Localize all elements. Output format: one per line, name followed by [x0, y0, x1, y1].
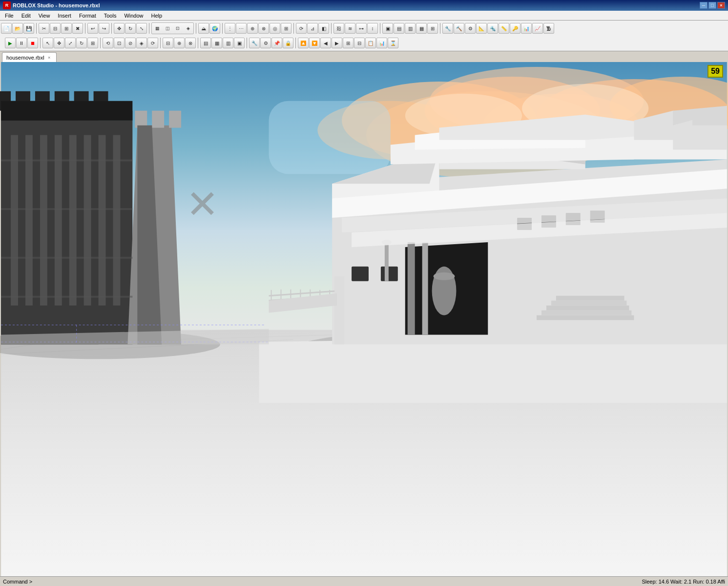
- tb-scale[interactable]: ⤡: [136, 23, 147, 34]
- tb-e4[interactable]: ▦: [416, 23, 427, 34]
- tb-d3[interactable]: ⊶: [356, 23, 367, 34]
- tb-d2[interactable]: ≋: [345, 23, 355, 34]
- menu-file[interactable]: File: [1, 11, 18, 20]
- tb-b6[interactable]: ⊞: [281, 23, 291, 34]
- menu-help[interactable]: Help: [147, 11, 166, 20]
- tb-f6[interactable]: 📏: [499, 23, 509, 34]
- tb-r2-select[interactable]: ↖: [42, 38, 53, 48]
- tb-r2-d2[interactable]: ⚙: [260, 38, 271, 48]
- tb-pause[interactable]: ⏸: [16, 38, 27, 48]
- tb-r2-a4[interactable]: ◈: [136, 38, 147, 48]
- tb-r2-c1[interactable]: ▤: [200, 38, 211, 48]
- tb-f5[interactable]: 🔩: [487, 23, 498, 34]
- tb-paste[interactable]: ⊞: [61, 23, 72, 34]
- tb-cut[interactable]: ✂: [39, 23, 49, 34]
- tab-housemove[interactable]: housemove.rbxl ×: [2, 52, 57, 62]
- tb-r2-e2[interactable]: 🔽: [309, 38, 320, 48]
- tb-r2-e1[interactable]: 🔼: [298, 38, 309, 48]
- tb-r2-e6[interactable]: ⊟: [354, 38, 365, 48]
- tb-copy[interactable]: ⊟: [50, 23, 61, 34]
- tb-r2-d4[interactable]: 🔒: [283, 38, 293, 48]
- tb-r2-c2[interactable]: ▦: [211, 38, 222, 48]
- tb-insert1[interactable]: ▦: [152, 23, 162, 33]
- status-command[interactable]: Command >: [3, 579, 642, 585]
- menu-tools[interactable]: Tools: [100, 11, 121, 20]
- tb-r2-a3[interactable]: ⊘: [125, 38, 136, 48]
- tb-r2-a5[interactable]: ⟳: [147, 38, 158, 48]
- maximize-button[interactable]: □: [708, 2, 716, 9]
- tb-insert4[interactable]: ◈: [183, 23, 193, 33]
- tb-f9[interactable]: 📈: [532, 23, 543, 34]
- tb-b4[interactable]: ⊗: [258, 23, 269, 34]
- close-button[interactable]: ×: [717, 2, 725, 9]
- tb-e2[interactable]: ▤: [394, 23, 404, 34]
- tb-r2-b2[interactable]: ⊕: [174, 38, 185, 48]
- tab-close-button[interactable]: ×: [46, 55, 52, 61]
- tb-play[interactable]: ▶: [5, 38, 16, 48]
- tb-b1[interactable]: ⋮: [225, 23, 235, 34]
- tb-b5[interactable]: ◎: [270, 23, 280, 34]
- menu-edit[interactable]: Edit: [18, 11, 35, 20]
- tb-r2-move[interactable]: ✥: [54, 38, 64, 48]
- tb-insert3[interactable]: ⊡: [173, 23, 183, 33]
- menu-window[interactable]: Window: [120, 11, 147, 20]
- tb-stop[interactable]: ⏹: [27, 38, 38, 48]
- tb-r2-transform[interactable]: ⊞: [87, 38, 98, 48]
- tb-f7[interactable]: 🔑: [510, 23, 520, 34]
- tb-f3[interactable]: ⚙: [465, 23, 476, 34]
- tb-r2-e9[interactable]: ⌛: [388, 38, 398, 48]
- tb-r2-b1[interactable]: ⊟: [163, 38, 173, 48]
- tb-r2-a1[interactable]: ⟲: [103, 38, 113, 48]
- tb-e3[interactable]: ▥: [405, 23, 416, 34]
- tb-f10[interactable]: 🗜: [543, 23, 554, 34]
- tb-b3[interactable]: ⊕: [247, 23, 258, 34]
- tb-r2-e5[interactable]: ⊞: [343, 38, 354, 48]
- tb-r2-c3[interactable]: ▥: [223, 38, 233, 48]
- tb-delete[interactable]: ✖: [72, 23, 83, 34]
- tb-r2-a2[interactable]: ⊡: [114, 38, 125, 48]
- tb-r2-scale[interactable]: ⤢: [65, 38, 76, 48]
- tb-c3[interactable]: ◧: [318, 23, 329, 34]
- tb-r2-rotate[interactable]: ↻: [76, 38, 87, 48]
- svg-rect-45: [1, 296, 132, 298]
- tb-r2-e4[interactable]: ▶: [332, 38, 342, 48]
- tb-e1[interactable]: ▣: [382, 23, 393, 34]
- tb-insert2[interactable]: ◫: [163, 23, 172, 33]
- viewport[interactable]: ✕: [0, 62, 728, 576]
- tb-d4[interactable]: ↕: [367, 23, 378, 34]
- tb-save[interactable]: 💾: [23, 23, 34, 34]
- tb-r2-b3[interactable]: ⊗: [185, 38, 196, 48]
- minimize-button[interactable]: ─: [700, 2, 707, 9]
- tb-redo[interactable]: ↪: [99, 23, 109, 34]
- tb-new[interactable]: 📄: [1, 23, 12, 34]
- tb-d1[interactable]: ⛓: [333, 23, 344, 34]
- tb-r2-c4[interactable]: ▣: [234, 38, 245, 48]
- insert-group: ▦ ◫ ⊡ ◈: [151, 22, 194, 34]
- tb-f1[interactable]: 🔧: [442, 23, 453, 34]
- tb-c1[interactable]: ⟳: [296, 23, 307, 34]
- tb-r2-e3[interactable]: ◀: [320, 38, 331, 48]
- tb-b2[interactable]: ⋯: [236, 23, 247, 34]
- tb-r2-e7[interactable]: 📋: [365, 38, 376, 48]
- tb-open[interactable]: 📂: [12, 23, 23, 34]
- tb-f4[interactable]: 📐: [476, 23, 487, 34]
- tb-rotate[interactable]: ↻: [125, 23, 136, 34]
- tb-f2[interactable]: 🔨: [454, 23, 464, 34]
- menu-insert[interactable]: Insert: [54, 11, 75, 20]
- tb-r2-d1[interactable]: 🔧: [249, 38, 260, 48]
- tb-f8[interactable]: 📊: [521, 23, 532, 34]
- tb-r2-d3[interactable]: 📌: [271, 38, 282, 48]
- tb-terrain2[interactable]: 🌍: [209, 23, 220, 34]
- tb-move[interactable]: ✥: [114, 23, 125, 34]
- sep9: [380, 23, 380, 34]
- tb-e5[interactable]: ⊞: [427, 23, 438, 34]
- sep10: [440, 23, 440, 34]
- menu-format[interactable]: Format: [75, 11, 100, 20]
- tb-r2-e8[interactable]: 📊: [376, 38, 387, 48]
- tb-c2[interactable]: ⊿: [307, 23, 318, 34]
- sep-r2-6: [247, 38, 247, 48]
- tb-terrain1[interactable]: ⛰: [198, 23, 209, 34]
- sep6: [222, 23, 223, 34]
- tb-undo[interactable]: ↩: [87, 23, 98, 34]
- menu-view[interactable]: View: [35, 11, 54, 20]
